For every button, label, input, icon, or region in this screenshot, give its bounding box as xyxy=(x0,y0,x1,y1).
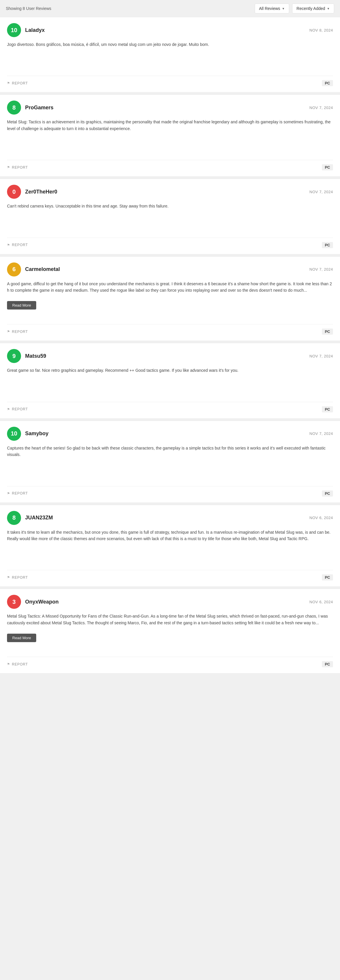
reviewer-name: OnyxWeapon xyxy=(25,599,59,605)
report-label: REPORT xyxy=(12,662,28,667)
report-button[interactable]: ⚑ REPORT xyxy=(7,81,28,85)
reviewer-info: 10 Samyboy xyxy=(7,427,48,441)
score-badge: 3 xyxy=(7,595,21,609)
flag-icon: ⚑ xyxy=(7,576,10,579)
review-date: NOV 7, 2024 xyxy=(309,267,333,272)
showing-count: Showing 8 User Reviews xyxy=(6,6,51,11)
review-footer: ⚑ REPORT PC xyxy=(7,160,333,170)
platform-badge: PC xyxy=(322,329,333,335)
reviewer-name: JUAN23ZM xyxy=(25,515,53,521)
review-header: 10 Samyboy NOV 7, 2024 xyxy=(7,427,333,441)
review-footer: ⚑ REPORT PC xyxy=(7,324,333,335)
score-badge: 10 xyxy=(7,427,21,441)
platform-badge: PC xyxy=(322,242,333,248)
reviewer-name: ProGamers xyxy=(25,105,54,111)
report-button[interactable]: ⚑ REPORT xyxy=(7,243,28,247)
review-date: NOV 7, 2024 xyxy=(309,354,333,358)
review-card: 3 OnyxWeapon NOV 6, 2024 Metal Slug Tact… xyxy=(0,589,340,673)
sort-chevron-icon: ▼ xyxy=(327,7,330,10)
review-text: Captures the heart of the series! So gla… xyxy=(7,445,333,458)
review-date: NOV 6, 2024 xyxy=(309,600,333,604)
reviewer-info: 9 Matsu59 xyxy=(7,349,46,363)
score-badge: 6 xyxy=(7,262,21,277)
review-footer: ⚑ REPORT PC xyxy=(7,657,333,667)
report-button[interactable]: ⚑ REPORT xyxy=(7,491,28,495)
report-label: REPORT xyxy=(12,243,28,247)
header: Showing 8 User Reviews All Reviews ▼ Rec… xyxy=(0,0,340,17)
report-label: REPORT xyxy=(12,330,28,334)
flag-icon: ⚑ xyxy=(7,165,10,169)
platform-badge: PC xyxy=(322,661,333,667)
score-badge: 8 xyxy=(7,100,21,115)
platform-badge: PC xyxy=(322,80,333,86)
platform-badge: PC xyxy=(322,406,333,412)
review-text: Metal Slug Tactics: A Missed Opportunity… xyxy=(7,613,333,626)
review-header: 6 Carmelometal NOV 7, 2024 xyxy=(7,262,333,277)
review-card: 10 Samyboy NOV 7, 2024 Captures the hear… xyxy=(0,421,340,503)
review-card: 10 Laladyx NOV 8, 2024 Jogo divertoso. B… xyxy=(0,17,340,92)
review-text: Metal Slug: Tactics is an achievement in… xyxy=(7,119,333,132)
review-text: A good game, difficul to get the hang of… xyxy=(7,281,333,294)
review-card: 9 Matsu59 NOV 7, 2024 Great game so far.… xyxy=(0,343,340,418)
reviewer-info: 6 Carmelometal xyxy=(7,262,60,277)
review-footer: ⚑ REPORT PC xyxy=(7,402,333,412)
reviewer-name: Matsu59 xyxy=(25,353,46,359)
reviewer-info: 8 JUAN23ZM xyxy=(7,511,53,525)
review-footer: ⚑ REPORT PC xyxy=(7,238,333,248)
review-date: NOV 7, 2024 xyxy=(309,190,333,194)
score-badge: 8 xyxy=(7,511,21,525)
report-label: REPORT xyxy=(12,407,28,411)
review-date: NOV 6, 2024 xyxy=(309,515,333,520)
report-label: REPORT xyxy=(12,491,28,495)
platform-badge: PC xyxy=(322,164,333,170)
read-more-button[interactable]: Read More xyxy=(7,301,36,310)
sort-label: Recently Added xyxy=(297,6,325,11)
flag-icon: ⚑ xyxy=(7,243,10,247)
platform-badge: PC xyxy=(322,574,333,581)
report-button[interactable]: ⚑ REPORT xyxy=(7,662,28,667)
review-card: 8 JUAN23ZM NOV 6, 2024 It takes it's tim… xyxy=(0,505,340,587)
reviewer-name: Samyboy xyxy=(25,431,48,437)
flag-icon: ⚑ xyxy=(7,662,10,666)
score-badge: 0 xyxy=(7,185,21,199)
reviewer-info: 8 ProGamers xyxy=(7,100,54,115)
review-header: 9 Matsu59 NOV 7, 2024 xyxy=(7,349,333,363)
reviews-list: 10 Laladyx NOV 8, 2024 Jogo divertoso. B… xyxy=(0,17,340,673)
review-header: 0 Zer0TheHer0 NOV 7, 2024 xyxy=(7,185,333,199)
reviewer-name: Carmelometal xyxy=(25,266,60,272)
report-button[interactable]: ⚑ REPORT xyxy=(7,407,28,411)
review-footer: ⚑ REPORT PC xyxy=(7,76,333,86)
sort-dropdown[interactable]: Recently Added ▼ xyxy=(292,3,334,13)
reviewer-info: 0 Zer0TheHer0 xyxy=(7,185,57,199)
review-header: 3 OnyxWeapon NOV 6, 2024 xyxy=(7,595,333,609)
report-label: REPORT xyxy=(12,165,28,170)
review-footer: ⚑ REPORT PC xyxy=(7,570,333,581)
flag-icon: ⚑ xyxy=(7,407,10,411)
reviewer-name: Laladyx xyxy=(25,27,45,33)
review-footer: ⚑ REPORT PC xyxy=(7,486,333,496)
review-text: Great game so far. Nice retro graphics a… xyxy=(7,367,333,374)
reviewer-info: 3 OnyxWeapon xyxy=(7,595,59,609)
filter-dropdown[interactable]: All Reviews ▼ xyxy=(255,3,289,13)
flag-icon: ⚑ xyxy=(7,330,10,334)
score-badge: 10 xyxy=(7,23,21,37)
reviewer-info: 10 Laladyx xyxy=(7,23,45,37)
review-date: NOV 7, 2024 xyxy=(309,431,333,436)
report-button[interactable]: ⚑ REPORT xyxy=(7,165,28,170)
review-header: 8 ProGamers NOV 7, 2024 xyxy=(7,100,333,115)
review-date: NOV 8, 2024 xyxy=(309,28,333,32)
report-label: REPORT xyxy=(12,576,28,579)
review-card: 0 Zer0TheHer0 NOV 7, 2024 Can't rebind c… xyxy=(0,178,340,254)
review-header: 8 JUAN23ZM NOV 6, 2024 xyxy=(7,511,333,525)
review-header: 10 Laladyx NOV 8, 2024 xyxy=(7,23,333,37)
platform-badge: PC xyxy=(322,490,333,496)
read-more-button[interactable]: Read More xyxy=(7,634,36,642)
report-label: REPORT xyxy=(12,81,28,85)
review-text: It takes it's time to learn all the mech… xyxy=(7,529,333,542)
report-button[interactable]: ⚑ REPORT xyxy=(7,330,28,334)
review-text: Can't rebind camera keys. Unacceptable i… xyxy=(7,203,333,209)
review-date: NOV 7, 2024 xyxy=(309,105,333,110)
review-card: 8 ProGamers NOV 7, 2024 Metal Slug: Tact… xyxy=(0,94,340,176)
report-button[interactable]: ⚑ REPORT xyxy=(7,576,28,579)
flag-icon: ⚑ xyxy=(7,492,10,495)
